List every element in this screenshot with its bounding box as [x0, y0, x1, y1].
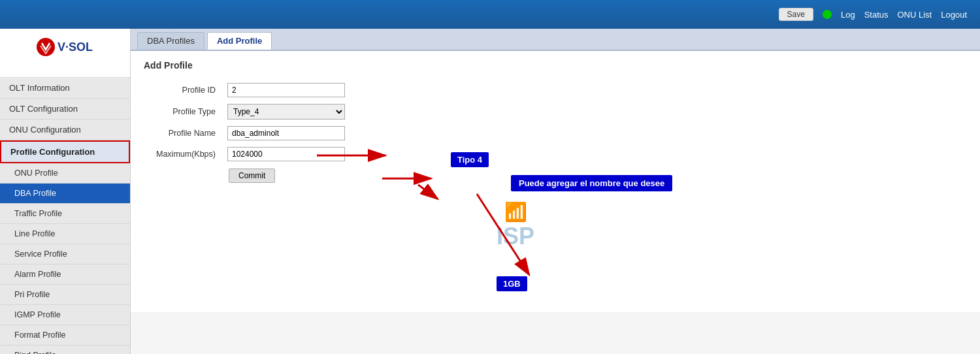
page-title: Add Profile: [144, 60, 967, 71]
add-profile-form: Profile ID Profile Type Type_1 Type_2 Ty…: [144, 80, 350, 165]
sidebar-item-line-profile[interactable]: Line Profile: [0, 224, 130, 244]
maximum-input[interactable]: [227, 147, 345, 161]
isp-text: ISP: [497, 223, 534, 250]
status-indicator: [823, 10, 832, 19]
svg-line-5: [418, 185, 438, 199]
sidebar-item-onu-profile[interactable]: ONU Profile: [0, 163, 130, 184]
profile-id-input[interactable]: [227, 83, 345, 97]
sidebar-item-olt-information[interactable]: OLT Information: [0, 78, 130, 99]
profile-name-input[interactable]: [227, 126, 345, 140]
vsol-logo: V·SOL: [26, 35, 105, 71]
top-header: Save Log Status ONU List Logout: [0, 0, 980, 29]
tab-bar: DBA Profiles Add Profile: [131, 29, 980, 51]
annotation-nombre: Puede agregar el nombre que desee: [511, 175, 672, 191]
sidebar-item-service-profile[interactable]: Service Profile: [0, 244, 130, 265]
onu-list-link[interactable]: ONU List: [898, 10, 932, 20]
sidebar-item-pri-profile[interactable]: Pri Profile: [0, 285, 130, 305]
sidebar-item-format-profile[interactable]: Format Profile: [0, 325, 130, 346]
sidebar-item-onu-configuration[interactable]: ONU Configuration: [0, 120, 130, 140]
maximum-row: Maximum(Kbps): [144, 144, 350, 165]
svg-text:V·SOL: V·SOL: [57, 40, 93, 54]
sidebar-item-profile-configuration[interactable]: Profile Configuration: [0, 140, 130, 163]
sidebar-item-bind-profile[interactable]: Bind Profile: [0, 346, 130, 354]
profile-type-row: Profile Type Type_1 Type_2 Type_3 Type_4…: [144, 101, 350, 123]
layout: V·SOL OLT Information OLT Configuration …: [0, 29, 980, 354]
status-link[interactable]: Status: [864, 10, 889, 20]
annotation-tipo4: Tipo 4: [451, 152, 489, 167]
commit-button[interactable]: Commit: [229, 169, 275, 183]
log-link[interactable]: Log: [841, 10, 855, 20]
header-actions: Save Log Status ONU List Logout: [779, 8, 967, 21]
wifi-icon: 📶: [504, 201, 527, 223]
isp-watermark: 📶 ISP: [497, 201, 534, 250]
profile-type-select[interactable]: Type_1 Type_2 Type_3 Type_4 Type_5: [227, 104, 345, 120]
sidebar-item-olt-configuration[interactable]: OLT Configuration: [0, 99, 130, 120]
profile-name-row: Profile Name: [144, 123, 350, 144]
annotation-1gb: 1GB: [497, 276, 527, 291]
sidebar-item-alarm-profile[interactable]: Alarm Profile: [0, 265, 130, 285]
save-button[interactable]: Save: [779, 8, 813, 21]
profile-name-label: Profile Name: [144, 123, 222, 144]
sidebar: V·SOL OLT Information OLT Configuration …: [0, 29, 131, 354]
logo-area: V·SOL: [0, 29, 130, 78]
sidebar-item-traffic-profile[interactable]: Traffic Profile: [0, 204, 130, 224]
tab-add-profile[interactable]: Add Profile: [207, 32, 272, 50]
sidebar-item-dba-profile[interactable]: DBA Profile: [0, 184, 130, 204]
profile-type-label: Profile Type: [144, 101, 222, 123]
tab-dba-profiles[interactable]: DBA Profiles: [137, 32, 204, 50]
main-content: DBA Profiles Add Profile Add Profile Pro…: [131, 29, 980, 354]
profile-id-row: Profile ID: [144, 80, 350, 101]
sidebar-item-igmp-profile[interactable]: IGMP Profile: [0, 305, 130, 325]
logout-link[interactable]: Logout: [941, 10, 967, 20]
maximum-label: Maximum(Kbps): [144, 144, 222, 165]
profile-id-label: Profile ID: [144, 80, 222, 101]
content-area: Add Profile Profile ID Profile Type Type…: [131, 51, 980, 312]
